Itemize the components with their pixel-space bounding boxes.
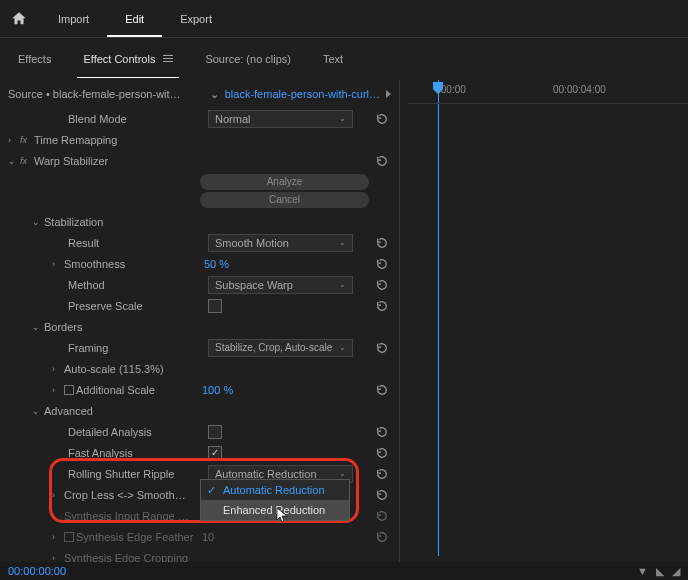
blend-mode-dropdown[interactable]: Normal⌄ xyxy=(208,110,353,128)
borders-label: Borders xyxy=(44,321,184,333)
clip-source: Source • black-female-person-wit… xyxy=(8,88,204,100)
menu-item-enhanced[interactable]: Enhanced Reduction xyxy=(201,500,349,520)
playhead-line xyxy=(438,80,439,556)
reset-button[interactable] xyxy=(375,384,395,396)
warp-stabilizer-label: Warp Stabilizer xyxy=(34,155,174,167)
reset-button[interactable] xyxy=(375,237,395,249)
preserve-scale-label: Preserve Scale xyxy=(68,300,208,312)
blend-mode-label: Blend Mode xyxy=(68,113,208,125)
clip-bar: Source • black-female-person-wit… ⌄ blac… xyxy=(0,80,399,108)
cursor-icon xyxy=(276,508,290,524)
reset-button[interactable] xyxy=(375,342,395,354)
advanced-label: Advanced xyxy=(44,405,184,417)
fx-icon: fx xyxy=(20,156,34,166)
cancel-button[interactable]: Cancel xyxy=(200,192,369,208)
expand-caret[interactable]: ⌄ xyxy=(32,322,44,332)
preserve-scale-checkbox[interactable] xyxy=(208,299,222,313)
expand-caret[interactable]: ⌄ xyxy=(8,156,20,166)
subtab-text[interactable]: Text xyxy=(317,41,349,77)
tool-icon[interactable]: ◢ xyxy=(672,565,680,578)
fast-analysis-checkbox[interactable] xyxy=(208,446,222,460)
expand-caret[interactable]: › xyxy=(52,553,64,563)
clip-caret[interactable]: ⌄ xyxy=(210,88,219,101)
reset-button[interactable] xyxy=(375,447,395,459)
reset-button[interactable] xyxy=(375,279,395,291)
expand-caret[interactable]: › xyxy=(52,532,64,542)
additional-scale-value[interactable]: 100 % xyxy=(202,384,233,396)
reset-button[interactable] xyxy=(375,468,395,480)
keyframe-icon[interactable] xyxy=(64,385,74,395)
home-icon[interactable] xyxy=(10,10,28,28)
expand-caret[interactable]: ⌄ xyxy=(32,406,44,416)
rolling-shutter-menu: Automatic Reduction Enhanced Reduction xyxy=(200,479,350,521)
rolling-shutter-label: Rolling Shutter Ripple xyxy=(68,468,208,480)
smoothness-value[interactable]: 50 % xyxy=(204,258,229,270)
expand-caret[interactable]: › xyxy=(52,511,64,521)
menu-item-automatic[interactable]: Automatic Reduction xyxy=(201,480,349,500)
synth-feather-label: Synthesis Edge Feather xyxy=(76,531,216,543)
timeline[interactable]: :00:00 00:00:04:00 ○ ○ xyxy=(400,80,688,580)
tab-edit[interactable]: Edit xyxy=(107,1,162,37)
expand-caret[interactable]: ⌄ xyxy=(32,217,44,227)
expand-caret[interactable]: › xyxy=(52,259,64,269)
analyze-button[interactable]: Analyze xyxy=(200,174,369,190)
clip-sequence-link[interactable]: black-female-person-with-curl… xyxy=(225,88,380,100)
reset-button[interactable] xyxy=(375,531,395,543)
fast-analysis-label: Fast Analysis xyxy=(68,447,208,459)
expand-caret[interactable]: › xyxy=(52,364,64,374)
subtab-effect-controls[interactable]: Effect Controls xyxy=(77,41,179,78)
reset-button[interactable] xyxy=(375,300,395,312)
detailed-analysis-checkbox[interactable] xyxy=(208,425,222,439)
stabilization-label: Stabilization xyxy=(44,216,184,228)
filter-icon[interactable]: ▼ xyxy=(637,565,648,578)
crop-smooth-label: Crop Less <-> Smooth… xyxy=(64,489,220,501)
time-remapping-label: Time Remapping xyxy=(34,134,174,146)
detailed-analysis-label: Detailed Analysis xyxy=(68,426,208,438)
autoscale-label: Auto-scale (115.3%) xyxy=(64,363,204,375)
smoothness-label: Smoothness xyxy=(64,258,204,270)
reset-button[interactable] xyxy=(375,426,395,438)
additional-scale-label: Additional Scale xyxy=(76,384,216,396)
reset-button[interactable] xyxy=(375,489,395,501)
reset-button[interactable] xyxy=(375,113,395,125)
ruler-tick: 00:00:04:00 xyxy=(553,84,606,95)
ruler-tick: :00:00 xyxy=(438,84,466,95)
subtab-label: Effect Controls xyxy=(83,53,155,65)
panel-menu-icon[interactable] xyxy=(163,55,173,62)
tool-icon[interactable]: ◣ xyxy=(656,565,664,578)
reset-button[interactable] xyxy=(375,155,395,167)
play-icon[interactable] xyxy=(386,90,391,98)
subtab-source[interactable]: Source: (no clips) xyxy=(199,41,297,77)
synth-feather-value: 10 xyxy=(202,531,214,543)
tab-import[interactable]: Import xyxy=(40,1,107,37)
framing-dropdown[interactable]: Stabilize, Crop, Auto-scale⌄ xyxy=(208,339,353,357)
expand-caret[interactable]: › xyxy=(52,490,64,500)
reset-button[interactable] xyxy=(375,510,395,522)
reset-button[interactable] xyxy=(375,258,395,270)
method-label: Method xyxy=(68,279,208,291)
result-label: Result xyxy=(68,237,208,249)
fx-icon: fx xyxy=(20,135,34,145)
timecode[interactable]: 00:00:00:00 xyxy=(8,565,66,577)
subtab-effects[interactable]: Effects xyxy=(12,41,57,77)
result-dropdown[interactable]: Smooth Motion⌄ xyxy=(208,234,353,252)
expand-caret[interactable]: › xyxy=(8,135,20,145)
timeline-ruler[interactable]: :00:00 00:00:04:00 xyxy=(408,84,688,104)
tab-export[interactable]: Export xyxy=(162,1,230,37)
keyframe-icon[interactable] xyxy=(64,532,74,542)
framing-label: Framing xyxy=(68,342,208,354)
expand-caret[interactable]: › xyxy=(52,385,64,395)
synth-range-label: Synthesis Input Range … xyxy=(64,510,220,522)
method-dropdown[interactable]: Subspace Warp⌄ xyxy=(208,276,353,294)
top-nav: Import Edit Export xyxy=(40,1,230,37)
